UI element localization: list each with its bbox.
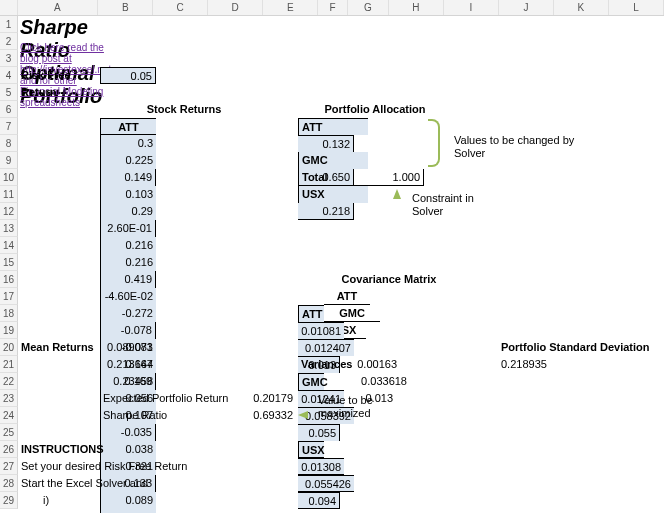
allocation-title: Portfolio Allocation xyxy=(298,101,452,118)
stock-cell[interactable]: -4.60E-02 xyxy=(100,288,156,305)
cov-cell: 0.055 xyxy=(298,424,340,441)
row-header[interactable]: 17 xyxy=(0,288,18,305)
row-header[interactable]: 23 xyxy=(0,390,18,407)
bracket-icon xyxy=(428,119,440,167)
std-dev-value: 0.218935 xyxy=(498,356,554,373)
column-header[interactable]: E xyxy=(263,0,318,15)
row-header[interactable]: 26 xyxy=(0,441,18,458)
row-header[interactable]: 16 xyxy=(0,271,18,288)
cov-header: ATT xyxy=(324,288,370,305)
sharpe-ratio-label: Sharpe Ratio xyxy=(100,407,240,424)
column-header[interactable]: I xyxy=(444,0,499,15)
sharpe-ratio-value: 0.69332 xyxy=(240,407,296,424)
stock-cell[interactable]: 0.225 xyxy=(100,152,156,169)
covariance-title: Covariance Matrix xyxy=(298,271,480,288)
instructions-line1: Set your desired Risk Free Return xyxy=(18,458,418,475)
cov-row-name: GMC xyxy=(298,373,324,390)
column-header[interactable] xyxy=(0,0,18,15)
instr-num: i) xyxy=(18,492,74,509)
instructions-title: INSTRUCTIONS xyxy=(18,441,138,458)
row-header[interactable]: 3 xyxy=(0,50,18,67)
variance-cell: 0.00163 xyxy=(354,356,400,373)
column-header[interactable]: B xyxy=(98,0,153,15)
mean-returns-row: 0.0890830.2136670.23458 xyxy=(100,339,156,390)
cov-cell: 0.012407 xyxy=(298,339,354,356)
column-header[interactable]: G xyxy=(348,0,389,15)
instructions-line2: Start the Excel Solver and xyxy=(18,475,418,492)
row-header[interactable]: 20 xyxy=(0,339,18,356)
expected-return-value: 0.20179 xyxy=(240,390,296,407)
column-header[interactable]: J xyxy=(499,0,554,15)
column-header[interactable]: H xyxy=(389,0,444,15)
stock-cell[interactable]: -0.035 xyxy=(100,424,156,441)
risk-free-label: Risk Free Return xyxy=(18,67,100,84)
column-header[interactable]: K xyxy=(554,0,609,15)
row-header[interactable]: 24 xyxy=(0,407,18,424)
stock-cell[interactable]: 0.149 xyxy=(100,169,156,186)
instr-num: ii) xyxy=(18,509,74,513)
column-header[interactable]: F xyxy=(318,0,347,15)
mean-cell: 0.089083 xyxy=(100,339,156,356)
stock-header: ATT xyxy=(100,118,156,135)
row-header[interactable]: 11 xyxy=(0,186,18,203)
alloc-value[interactable]: 0.132 xyxy=(298,135,354,152)
expected-return-label: Expected Portfolio Return xyxy=(100,390,240,407)
instr-text: Maximize the Sharpe Ratio xyxy=(18,509,578,513)
row-header[interactable]: 29 xyxy=(0,492,18,509)
stock-cell[interactable]: -0.272 xyxy=(100,305,156,322)
cov-cell: 0.01081 xyxy=(298,322,344,339)
mean-cell: 0.213667 xyxy=(100,356,156,373)
maximize-note: Value to be maximized xyxy=(318,394,398,420)
stock-cell[interactable]: 2.60E-01 xyxy=(100,220,156,237)
row-header[interactable]: 12 xyxy=(0,203,18,220)
row-header[interactable]: 27 xyxy=(0,458,18,475)
cov-row-name: ATT xyxy=(298,305,324,322)
mean-cell: 0.23458 xyxy=(100,373,156,390)
row-headers: 1234567891011121314151617181920212223242… xyxy=(0,16,18,509)
stock-cell[interactable]: 0.103 xyxy=(100,186,156,203)
arrow-left-icon xyxy=(298,411,308,419)
row-header[interactable]: 19 xyxy=(0,322,18,339)
column-header[interactable]: D xyxy=(208,0,263,15)
stock-cell[interactable]: 0.419 xyxy=(100,271,156,288)
row-header[interactable]: 13 xyxy=(0,220,18,237)
row-header[interactable]: 18 xyxy=(0,305,18,322)
solver-note: Values to be changed by Solver xyxy=(454,134,584,160)
row-header[interactable]: 1 xyxy=(0,16,18,33)
stock-cell[interactable]: 0.29 xyxy=(100,203,156,220)
row-header[interactable]: 15 xyxy=(0,254,18,271)
arrow-up-icon xyxy=(393,189,401,199)
constraint-note: Constraint in Solver xyxy=(412,192,492,218)
row-header[interactable]: 9 xyxy=(0,152,18,169)
alloc-name: ATT xyxy=(298,118,368,135)
row-header[interactable]: 7 xyxy=(0,118,18,135)
row-header[interactable]: 4 xyxy=(0,67,18,84)
row-header[interactable]: 8 xyxy=(0,135,18,152)
alloc-value[interactable]: 0.218 xyxy=(298,203,354,220)
row-header[interactable]: 5 xyxy=(0,84,18,101)
row-header[interactable]: 14 xyxy=(0,237,18,254)
column-header[interactable]: C xyxy=(153,0,208,15)
row-header[interactable]: 10 xyxy=(0,169,18,186)
column-header[interactable]: A xyxy=(18,0,99,15)
allocation-total-label: Total xyxy=(298,169,368,186)
row-header[interactable]: 21 xyxy=(0,356,18,373)
spreadsheet-grid: ABCDEFGHIJKL 123456789101112131415161718… xyxy=(0,0,664,16)
stock-cell[interactable]: -0.078 xyxy=(100,322,156,339)
row-header[interactable]: 22 xyxy=(0,373,18,390)
row-header[interactable]: 28 xyxy=(0,475,18,492)
row-header[interactable]: 6 xyxy=(0,101,18,118)
risk-free-value[interactable]: 0.05 xyxy=(100,67,156,84)
stock-cell[interactable]: 0.216 xyxy=(100,254,156,271)
cov-row-name: USX xyxy=(298,441,324,458)
alloc-name: USX xyxy=(298,186,368,203)
stock-returns-title: Stock Returns xyxy=(100,101,268,118)
stock-cell[interactable]: 0.3 xyxy=(100,135,156,152)
instructions-list: i)Maximize the Sharpe Ratioii)Change "By… xyxy=(18,492,578,513)
row-header[interactable]: 2 xyxy=(0,33,18,50)
column-header[interactable]: L xyxy=(609,0,664,15)
alloc-name: GMC xyxy=(298,152,368,169)
column-headers: ABCDEFGHIJKL xyxy=(0,0,664,16)
stock-cell[interactable]: 0.216 xyxy=(100,237,156,254)
row-header[interactable]: 25 xyxy=(0,424,18,441)
